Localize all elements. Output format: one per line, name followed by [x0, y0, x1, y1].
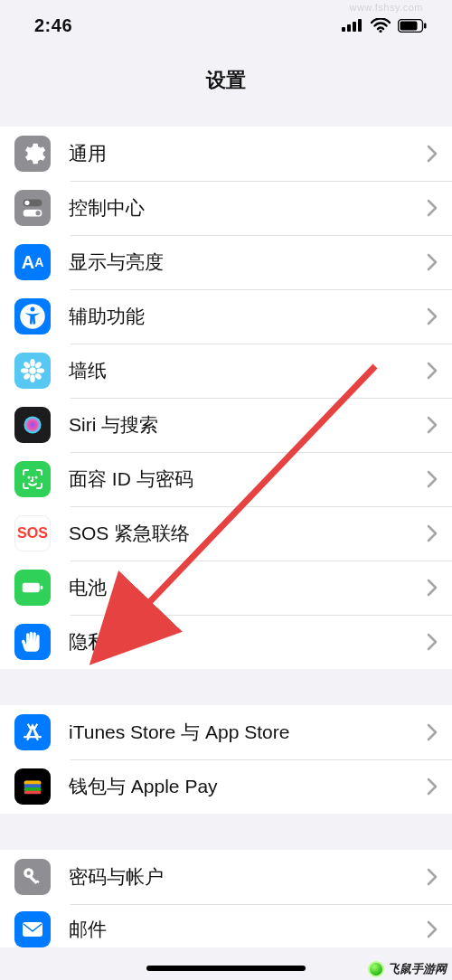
section-gap [0, 814, 452, 850]
svg-point-19 [23, 361, 32, 370]
chevron-right-icon [427, 920, 438, 938]
chevron-right-icon [427, 307, 438, 325]
cellular-icon [342, 19, 363, 32]
siri-icon [14, 407, 51, 443]
svg-point-24 [29, 477, 30, 478]
battery-icon [14, 570, 51, 606]
appstore-icon [14, 714, 51, 750]
faint-url: www.fshsy.com [350, 2, 423, 13]
chevron-right-icon [427, 470, 438, 488]
svg-point-23 [24, 416, 41, 433]
chevron-right-icon [427, 362, 438, 380]
svg-point-15 [30, 359, 35, 367]
row-label: 电池 [69, 575, 427, 600]
switch-icon [14, 190, 51, 226]
wallet-icon [14, 768, 51, 805]
svg-rect-2 [353, 22, 356, 32]
settings-group-3: 密码与帐户 邮件 [0, 850, 452, 947]
home-indicator [146, 966, 306, 971]
sos-icon: SOS [14, 515, 51, 551]
row-general[interactable]: 通用 [0, 127, 452, 181]
chevron-right-icon [427, 416, 438, 434]
svg-rect-3 [358, 19, 362, 32]
svg-rect-27 [41, 586, 43, 589]
row-faceid[interactable]: 面容 ID 与密码 [0, 452, 452, 506]
svg-point-4 [379, 30, 381, 33]
svg-rect-35 [30, 876, 38, 884]
row-display[interactable]: AA 显示与亮度 [0, 235, 452, 289]
row-itunes-appstore[interactable]: iTunes Store 与 App Store [0, 705, 452, 759]
row-label: 控制中心 [69, 195, 427, 221]
row-control-center[interactable]: 控制中心 [0, 181, 452, 235]
svg-point-14 [29, 367, 36, 374]
status-icons [342, 18, 427, 33]
svg-point-9 [24, 201, 29, 205]
row-label: iTunes Store 与 App Store [69, 720, 427, 745]
watermark-text: 飞鼠手游网 [388, 961, 447, 977]
svg-point-34 [27, 872, 31, 875]
section-gap [0, 669, 452, 705]
aa-icon: AA [14, 244, 51, 280]
row-passwords-accounts[interactable]: 密码与帐户 [0, 850, 452, 904]
row-label: 通用 [69, 141, 427, 166]
row-label: 显示与亮度 [69, 250, 427, 275]
svg-point-18 [36, 368, 44, 373]
svg-rect-6 [400, 21, 418, 30]
chevron-right-icon [427, 199, 438, 217]
section-gap [0, 110, 452, 127]
mail-icon [14, 911, 51, 947]
svg-rect-0 [342, 27, 345, 32]
svg-rect-37 [23, 922, 42, 937]
svg-rect-32 [24, 791, 42, 795]
row-label: 隐私 [69, 629, 427, 655]
row-label: Siri 与搜索 [69, 412, 427, 438]
row-label: 辅助功能 [69, 304, 427, 329]
row-siri[interactable]: Siri 与搜索 [0, 398, 452, 452]
chevron-right-icon [427, 723, 438, 741]
svg-point-25 [36, 477, 37, 478]
row-label: 面容 ID 与密码 [69, 466, 427, 492]
row-battery[interactable]: 电池 [0, 561, 452, 615]
row-label: 墙纸 [69, 358, 427, 383]
settings-group-1: 通用 控制中心 AA 显示与亮度 辅助功能 墙纸 Siri 与搜索 [0, 127, 452, 669]
svg-point-16 [30, 374, 35, 382]
chevron-right-icon [427, 868, 438, 886]
faceid-icon [14, 461, 51, 497]
page-title: 设置 [0, 51, 452, 110]
gear-icon [14, 136, 51, 172]
chevron-right-icon [427, 524, 438, 542]
accessibility-icon [14, 298, 51, 335]
row-wallpaper[interactable]: 墙纸 [0, 344, 452, 398]
row-label: 密码与帐户 [69, 864, 427, 890]
flower-icon [14, 353, 51, 389]
chevron-right-icon [427, 633, 438, 651]
row-label: 邮件 [69, 917, 427, 942]
chevron-right-icon [427, 777, 438, 796]
row-mail[interactable]: 邮件 [0, 904, 452, 947]
chevron-right-icon [427, 145, 438, 163]
row-privacy[interactable]: 隐私 [0, 615, 452, 669]
key-icon [14, 859, 51, 895]
battery-status-icon [398, 19, 427, 33]
status-time: 2:46 [34, 15, 72, 36]
svg-rect-7 [424, 23, 427, 28]
svg-rect-26 [23, 583, 40, 592]
chevron-right-icon [427, 579, 438, 597]
svg-rect-1 [347, 24, 351, 32]
watermark: 飞鼠手游网 [368, 961, 447, 977]
row-accessibility[interactable]: 辅助功能 [0, 289, 452, 344]
settings-group-2: iTunes Store 与 App Store 钱包与 Apple Pay [0, 705, 452, 814]
svg-point-13 [31, 306, 35, 311]
watermark-logo-icon [368, 961, 384, 977]
svg-point-21 [23, 372, 32, 381]
svg-point-22 [33, 372, 42, 381]
wifi-icon [371, 18, 391, 33]
svg-point-17 [21, 368, 29, 373]
svg-point-11 [35, 211, 40, 215]
hand-icon [14, 624, 51, 660]
row-wallet[interactable]: 钱包与 Apple Pay [0, 759, 452, 814]
row-label: SOS 紧急联络 [69, 521, 427, 546]
row-sos[interactable]: SOS SOS 紧急联络 [0, 506, 452, 561]
svg-point-20 [33, 361, 42, 370]
chevron-right-icon [427, 253, 438, 271]
